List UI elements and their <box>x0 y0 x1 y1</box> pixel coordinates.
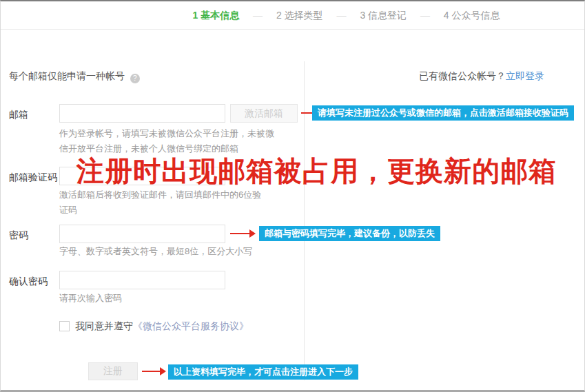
submit-callout: 以上资料填写完毕，才可点击注册进入下一步 <box>168 364 358 380</box>
existing-account-prompt: 已有微信公众帐号？ <box>419 70 506 81</box>
registration-page: 1 基本信息 — 2 选择类型 — 3 信息登记 — 4 公众号信息 每个邮箱仅… <box>0 0 585 392</box>
steps-header: 1 基本信息 — 2 选择类型 — 3 信息登记 — 4 公众号信息 <box>1 1 584 30</box>
login-now-link[interactable]: 立即登录 <box>506 70 544 81</box>
step-account-info: 4 公众号信息 <box>444 10 500 21</box>
step-basic-info: 1 基本信息 <box>192 10 239 21</box>
step-separator: — <box>253 10 263 21</box>
step-separator: — <box>337 10 347 21</box>
agreement-label: 我同意并遵守《微信公众平台服务协议》 <box>75 320 249 333</box>
email-input[interactable] <box>59 104 225 123</box>
password-label: 密码 <box>9 229 28 242</box>
red-annotation-text: 注册时出现邮箱被占用，更换新的邮箱 <box>76 152 585 190</box>
red-arrow-icon <box>142 371 160 372</box>
column-divider <box>304 61 305 380</box>
step-info-registration: 3 信息登记 <box>360 10 407 21</box>
activate-email-button[interactable]: 激活邮箱 <box>230 104 298 123</box>
step-indicator: 1 基本信息 — 2 选择类型 — 3 信息登记 — 4 公众号信息 <box>54 10 585 22</box>
confirm-password-hint: 请再次输入密码 <box>59 291 122 306</box>
service-agreement-link[interactable]: 《微信公众平台服务协议》 <box>133 320 249 331</box>
password-input[interactable] <box>59 225 225 243</box>
existing-account-line: 已有微信公众帐号？立即登录 <box>419 70 544 83</box>
confirm-password-input[interactable] <box>59 271 225 289</box>
agreement-checkbox[interactable] <box>59 321 70 331</box>
email-limit-note-text: 每个邮箱仅能申请一种帐号 <box>9 70 125 81</box>
confirm-password-label: 确认密码 <box>9 276 48 288</box>
step-separator: — <box>420 10 430 21</box>
question-circle-icon[interactable]: ? <box>130 74 140 83</box>
email-code-label: 邮箱验证码 <box>9 172 57 184</box>
email-callout: 请填写未注册过公众号或微信的邮箱，点击激活邮箱接收验证码 <box>312 105 574 121</box>
password-callout: 邮箱与密码填写完毕，建议备份，以防丢失 <box>259 226 440 241</box>
email-code-hint: 激活邮箱后将收到验证邮件，请回填邮件中的6位验证码 <box>59 187 266 218</box>
agreement-prefix: 我同意并遵守 <box>75 320 133 331</box>
step-choose-type: 2 选择类型 <box>276 10 323 21</box>
register-button[interactable]: 注册 <box>88 362 138 380</box>
email-label: 邮箱 <box>9 109 28 121</box>
email-limit-note: 每个邮箱仅能申请一种帐号 ? <box>9 70 140 83</box>
password-hint: 字母、数字或者英文符号，最短8位，区分大小写 <box>59 244 287 259</box>
red-arrow-icon <box>230 233 249 234</box>
